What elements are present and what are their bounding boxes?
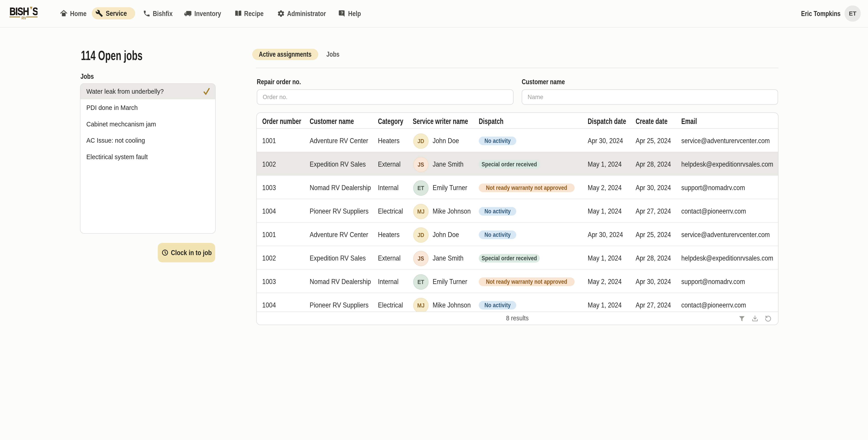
svg-text:S: S <box>33 7 37 18</box>
svg-text:?: ? <box>341 11 343 15</box>
svg-text:RV: RV <box>22 16 26 20</box>
